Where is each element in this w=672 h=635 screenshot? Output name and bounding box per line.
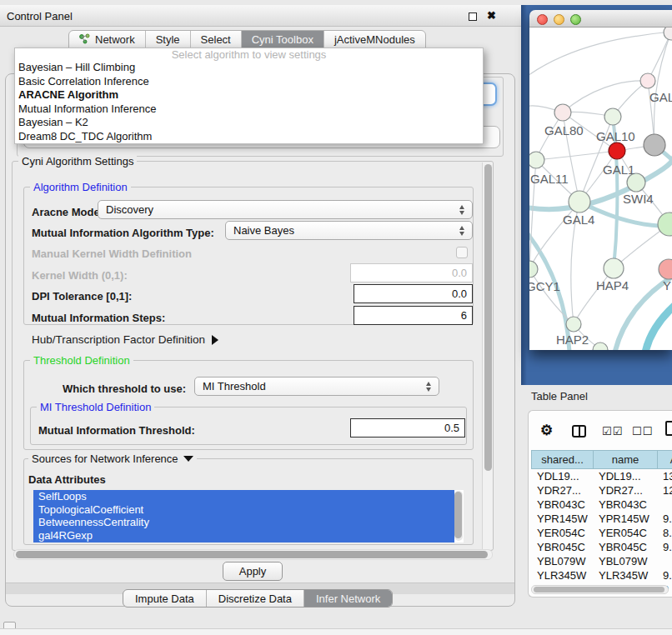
sources-title[interactable]: Sources for Network Inference	[28, 452, 197, 465]
window-minimize-icon[interactable]	[554, 14, 564, 25]
tab-infer-network[interactable]: Infer Network	[304, 590, 392, 607]
table-row[interactable]: YBL079W YBL079W	[531, 554, 672, 568]
network-edge-bold	[644, 302, 672, 350]
settings-horizontal-scrollbar[interactable]	[13, 549, 493, 560]
columns-icon[interactable]	[572, 425, 586, 438]
table-row[interactable]: YDR27... YDR27... 12	[531, 483, 672, 498]
cell-value: 13	[657, 469, 672, 483]
dropdown-item-selected[interactable]: ARACNE Algorithm	[15, 88, 483, 102]
dpi-tolerance-label: DPI Tolerance [0,1]:	[32, 290, 132, 302]
column-header-name[interactable]: name	[593, 450, 657, 469]
collapse-down-icon[interactable]	[183, 456, 193, 462]
node-label: HAP2	[556, 332, 589, 347]
tab-jactivemnodules[interactable]: jActiveMNodules	[324, 31, 425, 48]
mi-steps-label: Mutual Information Steps:	[32, 312, 165, 324]
tab-discretize-data[interactable]: Discretize Data	[207, 590, 304, 607]
tab-impute-data[interactable]: Impute Data	[123, 590, 207, 607]
settings-vscroll-thumb[interactable]	[484, 164, 492, 471]
mi-threshold-field[interactable]	[350, 418, 465, 438]
window-zoom-icon[interactable]	[570, 14, 581, 25]
settings-hscroll-thumb[interactable]	[16, 551, 488, 558]
cell-shared: YDR27...	[531, 483, 593, 498]
tab-select-label: Select	[201, 33, 231, 46]
data-attributes-label: Data Attributes	[28, 473, 106, 486]
gear-icon[interactable]: ⚙	[540, 422, 553, 439]
tab-style[interactable]: Style	[146, 31, 191, 48]
node-label: GAL80	[544, 123, 584, 138]
table-hscroll-thumb[interactable]	[534, 587, 664, 592]
tab-jactive-label: jActiveMNodules	[334, 33, 415, 46]
cell-shared: YPR145W	[531, 512, 593, 526]
dropdown-placeholder: Select algorithm to view settings	[15, 48, 483, 61]
stepper-icon	[459, 226, 464, 236]
cell-name: YER054C	[593, 526, 657, 540]
manual-kernel-checkbox[interactable]	[456, 247, 468, 258]
select-all-checks-icon[interactable]: ☑☑	[602, 425, 623, 438]
aracne-mode-combobox[interactable]: Discovery	[98, 200, 473, 219]
node-label: Y	[663, 278, 671, 292]
deselect-all-checks-icon[interactable]: ☐☐	[632, 425, 653, 438]
dropdown-item[interactable]: Mutual Information Inference	[15, 102, 483, 117]
tab-network[interactable]: Network	[69, 31, 146, 48]
cell-value	[657, 498, 672, 512]
dropdown-item[interactable]: Bayesian – Hill Climbing	[15, 61, 483, 75]
float-window-icon[interactable]	[469, 12, 477, 21]
cell-name: YLR345W	[593, 568, 657, 582]
mi-steps-field[interactable]	[354, 306, 473, 325]
aracne-mode-label: Aracne Mode:	[32, 206, 103, 218]
column-header-clipped[interactable]: A	[657, 450, 672, 469]
network-canvas[interactable]: GAL80 GAL10 GAL1 GAL11 SWI4 GAL4 GCY1 HA…	[529, 28, 672, 350]
attribute-item[interactable]: SelfLoops	[33, 490, 454, 503]
node-gal80	[554, 104, 571, 121]
node-hap4	[604, 258, 624, 278]
tab-select[interactable]: Select	[191, 31, 242, 48]
node-label: GAL1	[603, 162, 634, 177]
dropdown-item[interactable]: Dream8 DC_TDC Algorithm	[15, 130, 483, 144]
cell-shared: YER054C	[531, 526, 593, 540]
settings-vertical-scrollbar[interactable]	[482, 162, 493, 549]
node-gcy1	[529, 261, 538, 278]
node-label: GAL4	[563, 212, 594, 227]
which-threshold-combobox[interactable]: MI Threshold	[194, 377, 439, 396]
tab-cyni-toolbox[interactable]: Cyni Toolbox	[242, 31, 324, 48]
table-row[interactable]: YER054C YER054C 8.	[531, 526, 672, 540]
control-panel-tabs: Network Style Select Cyni Toolbox jActiv…	[68, 30, 426, 49]
aracne-mode-value: Discovery	[106, 203, 153, 216]
attribute-item[interactable]: TopologicalCoefficient	[33, 503, 454, 517]
tab-network-label: Network	[95, 33, 135, 46]
table-row[interactable]: YBR043C YBR043C	[531, 498, 672, 512]
column-header-shared-name[interactable]: shared...	[531, 450, 593, 469]
network-nodes	[529, 28, 672, 350]
node-gal11	[529, 152, 544, 168]
apply-button[interactable]: Apply	[223, 562, 283, 581]
attribute-item[interactable]: gal4RGexp	[33, 529, 454, 542]
mi-type-combobox[interactable]: Naive Bayes	[225, 221, 473, 240]
expand-right-icon[interactable]	[212, 335, 218, 345]
hub-definition-toggle[interactable]: Hub/Transcription Factor Definition	[32, 333, 218, 346]
attributes-scroll-thumb[interactable]	[454, 492, 462, 538]
mi-threshold-label: Mutual Information Threshold:	[38, 424, 195, 437]
network-window[interactable]: GAL80 GAL10 GAL1 GAL11 SWI4 GAL4 GCY1 HA…	[529, 10, 672, 350]
cell-name: YBL079W	[593, 554, 657, 568]
table-row[interactable]: YBR045C YBR045C 9.	[531, 540, 672, 554]
algorithm-definition-title: Algorithm Definition	[30, 181, 131, 193]
dropdown-item[interactable]: Bayesian – K2	[15, 116, 483, 130]
algorithm-dropdown-list: Select algorithm to view settings Bayesi…	[14, 48, 484, 144]
export-table-icon[interactable]	[665, 421, 672, 436]
attribute-item[interactable]: BetweennessCentrality	[33, 516, 454, 529]
table-row[interactable]: YLR345W YLR345W 9.	[531, 568, 672, 582]
node-gal4	[569, 191, 590, 212]
window-close-icon[interactable]	[537, 14, 548, 25]
dpi-tolerance-field[interactable]	[354, 284, 473, 303]
table-row[interactable]: YPR145W YPR145W 9.	[531, 512, 672, 526]
table-row[interactable]: YDL19... YDL19... 13	[531, 469, 672, 483]
table-horizontal-scrollbar[interactable]	[531, 585, 669, 594]
network-window-titlebar[interactable]	[529, 10, 672, 28]
cell-shared: YDL19...	[531, 469, 593, 483]
dropdown-item[interactable]: Basic Correlation Inference	[15, 75, 483, 89]
node-label: GAL10	[596, 129, 635, 143]
kernel-width-field[interactable]	[350, 263, 473, 282]
close-icon[interactable]: ✖	[487, 9, 496, 22]
cell-shared: YBR045C	[531, 540, 593, 554]
attributes-scrollbar[interactable]	[454, 491, 463, 541]
